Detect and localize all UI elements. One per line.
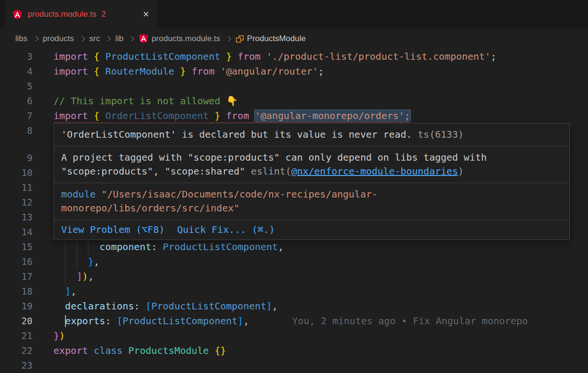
- code-token: export: [53, 345, 94, 356]
- hover-text: ): [458, 165, 464, 177]
- line-number[interactable]: 17: [0, 269, 32, 284]
- line-number[interactable]: 10: [0, 165, 32, 180]
- code-token: ,: [243, 315, 249, 327]
- line-number[interactable]: 5: [0, 79, 32, 94]
- code-token: ): [82, 271, 88, 282]
- text-cursor: [65, 315, 66, 327]
- code-line-16[interactable]: 16 },: [0, 254, 588, 269]
- code-line-20[interactable]: 20 exports: [ProductListComponent],You, …: [0, 314, 588, 329]
- line-number[interactable]: 22: [0, 343, 32, 358]
- code-token: '@angular-monorepo/orders';: [255, 110, 410, 121]
- hover-section: module "/Users/isaac/Documents/code/nx-r…: [54, 183, 569, 219]
- hover-text: eslint(: [251, 165, 291, 177]
- breadcrumb: libsproductssrclibproducts.module.tsProd…: [0, 29, 588, 48]
- code-line-18[interactable]: 18 ],: [0, 284, 588, 299]
- code-token: ProductsModule: [128, 345, 209, 356]
- line-number[interactable]: 23: [0, 358, 32, 373]
- code-token: ,: [88, 271, 94, 282]
- line-number[interactable]: 14: [0, 225, 32, 240]
- code-token: [99, 51, 105, 62]
- code-token: ProductListComponent: [105, 51, 220, 62]
- code-token: }: [226, 51, 232, 62]
- code-line-19[interactable]: 19 declarations: [ProductListComponent],: [0, 299, 588, 314]
- line-number[interactable]: 12: [0, 195, 32, 210]
- code-token: {: [94, 51, 99, 62]
- code-line-5[interactable]: 5: [0, 79, 588, 94]
- code-token: declarations: [65, 300, 134, 312]
- code-token: [53, 241, 99, 252]
- line-number[interactable]: 6: [0, 94, 32, 109]
- code-token: ;: [318, 66, 324, 77]
- code-line-22[interactable]: 22export class ProductsModule {}: [0, 343, 588, 358]
- close-icon[interactable]: ×: [143, 9, 149, 20]
- line-number[interactable]: 13: [0, 210, 32, 225]
- breadcrumb-item-products-module-ts[interactable]: products.module.ts: [139, 33, 220, 44]
- code-line-23[interactable]: 23: [0, 358, 588, 373]
- code-token: ,: [71, 285, 76, 297]
- view-problem-action[interactable]: View Problem (⌥F8): [61, 223, 165, 237]
- hover-actions: View Problem (⌥F8) Quick Fix... (⌘.): [54, 219, 569, 240]
- line-number[interactable]: 19: [0, 299, 32, 314]
- code-text: import { RouterModule } from '@angular/r…: [53, 64, 324, 79]
- code-line-6[interactable]: 6// This import is not allowed 👇: [0, 94, 588, 109]
- code-token: }: [53, 330, 59, 341]
- line-number[interactable]: 4: [0, 64, 32, 79]
- breadcrumb-label: lib: [115, 34, 123, 44]
- code-text: exports: [ProductListComponent],You, 2 m…: [53, 314, 528, 329]
- chevron-right-icon: [225, 36, 231, 41]
- angular-icon: [139, 33, 149, 44]
- line-number[interactable]: 16: [0, 254, 32, 269]
- code-token: ,: [272, 300, 278, 312]
- chevron-right-icon: [129, 36, 134, 41]
- line-number[interactable]: 9: [0, 151, 32, 165]
- code-line-15[interactable]: 15 component: ProductListComponent,: [0, 240, 588, 254]
- code-token: [53, 315, 65, 327]
- code-text: export class ProductsModule {}: [53, 343, 226, 358]
- code-token: [53, 271, 76, 282]
- line-number[interactable]: 15: [0, 240, 32, 254]
- breadcrumb-item-productsmodule[interactable]: ProductsModule: [235, 34, 306, 44]
- breadcrumb-label: src: [89, 34, 100, 44]
- vscode-window: products.module.ts 2 × libsproductssrcli…: [0, 0, 588, 373]
- breadcrumb-item-lib[interactable]: lib: [115, 34, 123, 44]
- line-number[interactable]: 18: [0, 284, 32, 299]
- breadcrumb-item-products[interactable]: products: [43, 34, 74, 44]
- code-token: [: [146, 300, 151, 312]
- line-number[interactable]: 20: [0, 314, 32, 329]
- code-token: }: [214, 110, 220, 121]
- code-text: declarations: [ProductListComponent],: [53, 299, 278, 314]
- code-text: import { ProductListComponent } from './…: [53, 49, 496, 64]
- hover-text: ts(6133): [412, 129, 464, 140]
- line-number[interactable]: 7: [0, 109, 32, 123]
- line-number[interactable]: 11: [0, 180, 32, 195]
- code-token: [220, 51, 226, 62]
- hover-text: module: [61, 188, 96, 200]
- breadcrumb-item-libs[interactable]: libs: [15, 34, 28, 44]
- code-token: '@angular/router': [220, 66, 318, 77]
- problems-badge: 2: [102, 10, 106, 19]
- eslint-rule-link[interactable]: @nx/enforce-module-boundaries: [291, 165, 458, 177]
- quick-fix-action[interactable]: Quick Fix... (⌘.): [177, 223, 275, 237]
- code-token: OrderListComponent: [105, 110, 209, 121]
- hover-text: "/Users/isaac/Documents/code/nx-recipes/…: [96, 188, 377, 200]
- code-token: [: [117, 315, 122, 327]
- hover-line: 'OrderListComponent' is declared but its…: [61, 128, 562, 142]
- line-number[interactable]: 3: [0, 49, 32, 64]
- chevron-right-icon: [33, 36, 38, 41]
- code-line-3[interactable]: 3import { ProductListComponent } from '.…: [0, 49, 588, 64]
- chevron-right-icon: [106, 36, 111, 41]
- code-line-21[interactable]: 21}): [0, 329, 588, 343]
- line-number[interactable]: 21: [0, 329, 32, 343]
- code-line-7[interactable]: 7import { OrderListComponent } from '@an…: [0, 109, 588, 123]
- tab-products-module[interactable]: products.module.ts 2 ×: [5, 0, 157, 29]
- code-line-4[interactable]: 4import { RouterModule } from '@angular/…: [0, 64, 588, 79]
- code-line-17[interactable]: 17 ]),: [0, 269, 588, 284]
- breadcrumb-item-src[interactable]: src: [89, 34, 100, 44]
- line-number[interactable]: 8: [0, 123, 32, 138]
- code-token: ): [59, 330, 65, 341]
- hover-line: monorepo/libs/orders/src/index": [61, 201, 562, 215]
- hover-section: A project tagged with "scope:products" c…: [54, 146, 569, 183]
- code-token: [209, 110, 214, 121]
- code-token: :: [151, 241, 163, 252]
- code-token: ]: [237, 315, 243, 327]
